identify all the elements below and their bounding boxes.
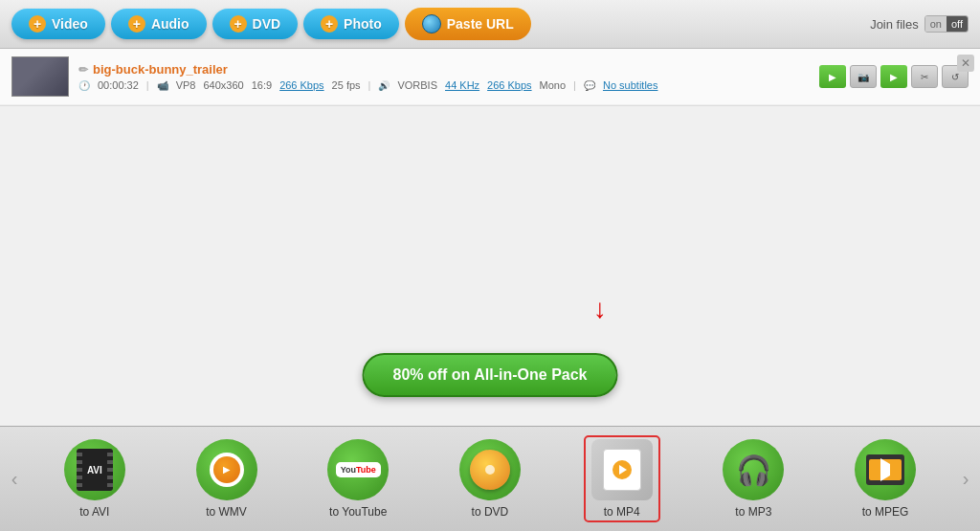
file-video-codec: VP8 — [176, 79, 196, 91]
file-info: ✏ big-buck-bunny_trailer 🕐 00:00:32 | 📹 … — [78, 62, 819, 91]
file-audio-codec: VORBIS — [397, 79, 437, 91]
edit-pencil-icon: ✏ — [78, 63, 88, 77]
mp4-label: to MP4 — [604, 505, 640, 519]
format-item-youtube[interactable]: YouTube to YouTube — [320, 435, 396, 522]
subtitle-icon: 💬 — [584, 80, 595, 91]
paste-url-label: Paste URL — [447, 16, 514, 32]
dvd-disc-icon — [470, 450, 510, 490]
red-arrow-icon: ↓ — [593, 296, 607, 322]
avi-film-icon: AVI — [77, 449, 113, 491]
video-button-label: Video — [52, 16, 88, 32]
dvd-label: to DVD — [472, 505, 509, 519]
wmv-icon: ▶ — [196, 439, 257, 500]
format-item-dvd[interactable]: to DVD — [452, 435, 528, 522]
format-scroll: AVI to AVI ▶ to WMV — [29, 435, 951, 522]
avi-label: to AVI — [79, 505, 109, 519]
mpeg-tv-screen — [869, 459, 902, 480]
globe-icon — [422, 14, 441, 33]
file-bitrate[interactable]: 266 Kbps — [279, 79, 323, 91]
mp3-label: to MP3 — [735, 505, 771, 519]
mpeg-icon — [855, 439, 916, 500]
plus-icon-audio: + — [128, 15, 145, 33]
format-bar: ‹ AVI to AVI ▶ to WMV — [0, 426, 980, 531]
file-controls: ▶ 📷 ▶ ✂ ↺ — [819, 65, 969, 88]
mp4-icon — [591, 439, 653, 500]
join-files-area: Join files on off — [870, 15, 969, 33]
add-photo-button[interactable]: + Photo — [303, 9, 399, 39]
file-meta: 🕐 00:00:32 | 📹 VP8 640x360 16:9 266 Kbps… — [78, 79, 819, 91]
youtube-label: to YouTube — [329, 505, 387, 519]
file-item: ✏ big-buck-bunny_trailer 🕐 00:00:32 | 📹 … — [0, 49, 980, 105]
plus-icon-photo: + — [321, 15, 338, 33]
file-thumbnail — [11, 56, 69, 97]
promo-banner[interactable]: 80% off on All-in-One Pack — [363, 353, 618, 397]
youtube-logo: YouTube — [336, 462, 381, 477]
next-format-arrow[interactable]: › — [951, 468, 980, 490]
snapshot-button[interactable]: 📷 — [850, 65, 877, 88]
file-aspect: 16:9 — [252, 79, 272, 91]
join-off-option[interactable]: off — [947, 16, 968, 32]
youtube-icon: YouTube — [327, 439, 389, 500]
mpeg-label: to MPEG — [862, 505, 909, 519]
dvd-button-label: DVD — [253, 16, 281, 32]
join-files-toggle[interactable]: on off — [924, 15, 969, 33]
file-audio-freq[interactable]: 44 KHz — [445, 79, 479, 91]
format-item-mp4[interactable]: to MP4 — [584, 435, 660, 522]
format-item-mp3[interactable]: 🎧 to MP3 — [715, 435, 791, 522]
sep1: | — [146, 79, 149, 91]
file-audio-bitrate[interactable]: 266 Kbps — [487, 79, 531, 91]
main-area: ✏ big-buck-bunny_trailer 🕐 00:00:32 | 📹 … — [0, 49, 980, 426]
file-fps: 25 fps — [332, 79, 361, 91]
close-file-button[interactable]: ✕ — [957, 55, 974, 72]
mp3-icon: 🎧 — [723, 439, 784, 500]
plus-icon: + — [29, 15, 46, 33]
audio-button-label: Audio — [151, 16, 189, 32]
mpeg-tv-icon — [866, 454, 904, 485]
prev-format-arrow[interactable]: ‹ — [0, 468, 29, 490]
file-duration: 00:00:32 — [98, 79, 139, 91]
convert-button[interactable]: ▶ — [880, 65, 907, 88]
play-button[interactable]: ▶ — [819, 65, 846, 88]
format-item-mpeg[interactable]: to MPEG — [847, 435, 924, 522]
join-on-option[interactable]: on — [925, 16, 947, 32]
clock-icon: 🕐 — [78, 80, 90, 91]
photo-button-label: Photo — [344, 16, 382, 32]
sep3: | — [573, 79, 576, 91]
add-dvd-button[interactable]: + DVD — [212, 9, 299, 39]
file-audio-channels: Mono — [540, 79, 567, 91]
add-audio-button[interactable]: + Audio — [111, 9, 207, 39]
file-resolution: 640x360 — [203, 79, 243, 91]
mpeg-play-symbol — [880, 464, 890, 476]
toolbar: + Video + Audio + DVD + Photo Paste URL … — [0, 0, 980, 49]
avi-icon: AVI — [64, 439, 125, 500]
join-files-label: Join files — [870, 17, 919, 32]
sep2: | — [368, 79, 371, 91]
format-item-avi[interactable]: AVI to AVI — [56, 435, 133, 522]
file-list: ✏ big-buck-bunny_trailer 🕐 00:00:32 | 📹 … — [0, 49, 980, 106]
plus-icon-dvd: + — [230, 15, 247, 33]
dvd-icon — [459, 439, 521, 500]
wmv-label: to WMV — [206, 505, 247, 519]
video-icon: 📹 — [157, 80, 168, 91]
file-name-text: big-buck-bunny_trailer — [93, 62, 228, 77]
file-name-row: ✏ big-buck-bunny_trailer — [78, 62, 819, 77]
mp4-card-icon — [603, 449, 641, 491]
cut-button[interactable]: ✂ — [911, 65, 938, 88]
paste-url-button[interactable]: Paste URL — [405, 8, 531, 40]
mp4-play-icon — [612, 460, 632, 479]
add-video-button[interactable]: + Video — [11, 9, 105, 39]
file-subtitles[interactable]: No subtitles — [603, 79, 657, 91]
audio-icon: 🔊 — [378, 80, 390, 91]
format-item-wmv[interactable]: ▶ to WMV — [189, 435, 265, 522]
